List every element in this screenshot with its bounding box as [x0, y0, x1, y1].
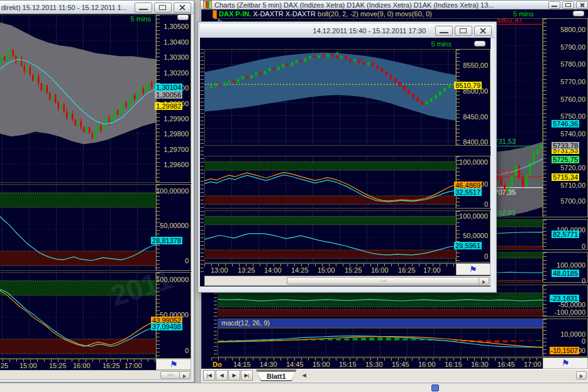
scroll-right-icon[interactable] [479, 277, 489, 285]
scroll-right-icon[interactable] [576, 371, 587, 379]
tick-marks [201, 49, 204, 275]
scale-label: 5740,00 [560, 130, 585, 138]
xdax-indicator1-pane[interactable] [204, 156, 456, 209]
eurusd-candle-chart[interactable] [0, 14, 156, 183]
scale-label: 29,5961 [454, 242, 482, 249]
dax-macd-chart[interactable] [218, 328, 543, 357]
scale-label: 50,0000 [463, 232, 488, 239]
time-label: 15:00 [318, 266, 335, 274]
scale-label: 1,30500 [164, 23, 189, 30]
restore-button[interactable] [562, 1, 574, 9]
eurusd-title: direkt) 15.12.2011 11:50 - 15.12.2011 1.… [0, 4, 133, 11]
scale-label: 5700,00 [560, 197, 585, 205]
collapse-widget[interactable] [573, 11, 584, 16]
xdax-time-axis: 13:0013:2514:0014:2515:0015:2516:0016:25… [204, 263, 456, 275]
tab-blatt1[interactable]: Blatt1 [256, 369, 297, 381]
xdax-h-scrollbar[interactable] [204, 276, 491, 286]
time-label: 15:15 [339, 361, 357, 368]
time-label: 17:00 [125, 362, 142, 369]
status-bar [0, 383, 588, 392]
eurusd-indicator1-scale: 100,0000050,0000028,813780 [156, 184, 191, 271]
scale-label: 0 [582, 242, 585, 250]
scale-label: 100,0000 [459, 212, 488, 220]
scale-label: 0 [582, 277, 585, 285]
dax-titlebar[interactable]: Charts (Zeitbar 5 min) DAX (Indizes Xetr… [201, 1, 588, 9]
scale-label: 1,29982 [155, 102, 182, 110]
scale-label: 37,09498 [151, 323, 182, 330]
eurusd-indicator2-chart[interactable] [0, 272, 156, 359]
eurusd-indicator1-chart[interactable] [0, 184, 156, 271]
minimize-button[interactable] [548, 1, 560, 9]
flag-icon[interactable]: ⚑ [169, 359, 178, 369]
interval-label: 5 mins [431, 40, 452, 48]
scale-label: 8450,00 [463, 113, 488, 121]
macd-params-label: macd(12, 26, 9) [221, 319, 270, 327]
minimize-button[interactable] [435, 26, 453, 36]
time-label: 16:25 [398, 266, 416, 274]
scrollbar-thumb[interactable] [160, 371, 180, 379]
xdax-indicator2-pane[interactable] [204, 210, 456, 263]
tick-marks [457, 50, 460, 145]
scale-label: 0 [185, 347, 189, 354]
status-icon [431, 384, 439, 391]
scale-label: 5790,00 [560, 43, 585, 51]
time-label: 13:25 [238, 266, 255, 274]
close-icon[interactable] [576, 1, 588, 9]
collapse-widget[interactable] [474, 41, 485, 46]
scale-label: 0 [185, 257, 189, 264]
eurusd-indicator1-pane[interactable] [0, 184, 156, 271]
scroll-right-icon[interactable] [179, 371, 190, 379]
first-sheet-button[interactable]: |◀ [203, 370, 215, 381]
scale-label: 0 [484, 253, 488, 260]
window-eurusd: direkt) 15.12.2011 11:50 - 15.12.2011 1.… [0, 0, 194, 383]
close-icon[interactable] [174, 3, 191, 13]
scale-label: -100,0000 [554, 308, 585, 316]
series-label: X-DAXTR X-DAXTR [253, 10, 318, 18]
xdax-price-pane[interactable]: + [204, 49, 456, 146]
window-xdax: 14.12.2011 15:40 - 15.12.2011 17:30 5 mi… [198, 22, 496, 292]
eurusd-h-scrollbar[interactable] [0, 370, 191, 380]
collapse-widget[interactable] [177, 14, 189, 20]
maximize-button[interactable] [154, 3, 172, 13]
dax-axis-corner: ⚑ [543, 357, 588, 369]
scrollbar-thumb[interactable] [287, 277, 480, 285]
time-label: 14:00 [264, 266, 282, 274]
scale-label: 1,30400 [164, 38, 189, 46]
interval-label: 5 mins [513, 10, 533, 18]
xdax-candle-chart[interactable]: + [204, 49, 456, 146]
xdax-indicator2-chart[interactable] [204, 210, 456, 263]
scale-label: 1,29800 [164, 130, 189, 138]
close-icon[interactable] [474, 26, 492, 36]
maximize-button[interactable] [455, 26, 472, 36]
flag-icon[interactable]: ⚑ [561, 358, 570, 368]
previous-sheet-button[interactable]: ◀ [216, 370, 228, 381]
xdax-indicator1-chart[interactable] [204, 156, 456, 209]
scale-label: 0 [484, 200, 488, 208]
tick-marks [543, 285, 546, 316]
eurusd-price-pane[interactable] [0, 14, 156, 183]
scale-label: 1,30104 [155, 84, 182, 91]
xdax-titlebar[interactable]: 14.12.2011 15:40 - 15.12.2011 17:30 [200, 24, 494, 38]
last-sheet-button[interactable]: ▶| [241, 370, 253, 381]
time-label: 13:00 [211, 266, 228, 274]
eurusd-titlebar[interactable]: direkt) 15.12.2011 11:50 - 15.12.2011 1.… [0, 1, 194, 14]
dax-indicator2-scale: 100,000048,01850 [543, 252, 588, 283]
next-sheet-button[interactable]: ▶ [228, 370, 240, 381]
dax-price-scale: 5800,005790,005780,005770,005760,005750,… [543, 18, 588, 217]
scale-label: 5780,00 [560, 60, 585, 68]
sheet-tab-bar: |◀ ◀ ▶ ▶| Blatt1 ◀ [201, 369, 588, 381]
sheet-scroll-left-icon[interactable]: ◀ [302, 373, 306, 378]
flag-icon[interactable]: ⚑ [469, 264, 477, 275]
scale-label: 0 [582, 337, 585, 345]
time-label: 15:00 [313, 361, 330, 368]
scale-label: 1,30300 [164, 53, 189, 61]
eurusd-indicator2-pane[interactable] [0, 272, 156, 359]
eurusd-axis-corner: ⚑ [156, 359, 191, 370]
dax-header-bar: DAX P-IN. X-DAXTR X-DAXTR boll(20, 2, -2… [201, 9, 588, 18]
time-label: 14:15 [233, 361, 251, 368]
scale-label: 48,0185 [552, 270, 579, 277]
dax-macd-pane[interactable] [218, 328, 543, 357]
scale-label: 5720,00 [560, 164, 585, 172]
macd-label-band: macd(12, 26, 9) [218, 318, 546, 328]
minimize-button[interactable] [135, 3, 152, 13]
